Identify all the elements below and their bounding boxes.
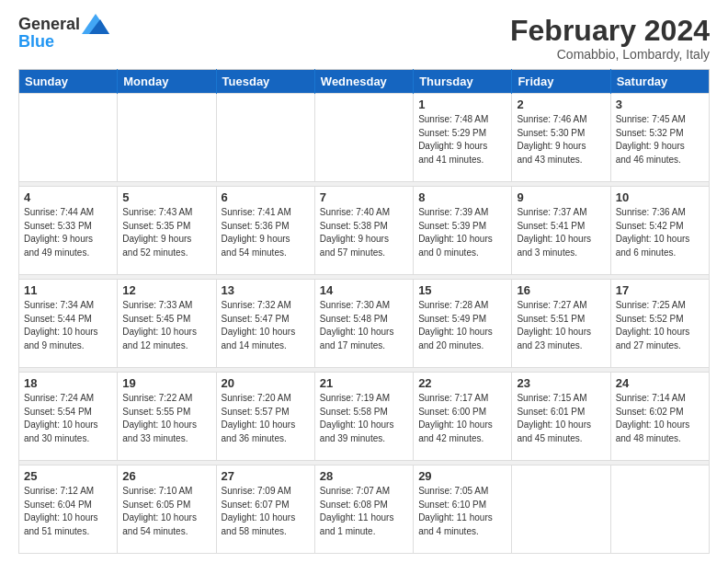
day-info: Sunrise: 7:48 AM Sunset: 5:29 PM Dayligh…: [418, 113, 506, 167]
page: General Blue February 2024 Comabbio, Lom…: [0, 0, 728, 563]
day-number: 19: [122, 376, 210, 390]
day-info: Sunrise: 7:14 AM Sunset: 6:02 PM Dayligh…: [616, 392, 704, 445]
calendar-cell: 12Sunrise: 7:33 AM Sunset: 5:45 PM Dayli…: [118, 280, 216, 368]
calendar-cell: 4Sunrise: 7:44 AM Sunset: 5:33 PM Daylig…: [19, 187, 118, 275]
weekday-header-sunday: Sunday: [19, 70, 118, 94]
location-subtitle: Comabbio, Lombardy, Italy: [510, 47, 710, 62]
day-info: Sunrise: 7:09 AM Sunset: 6:07 PM Dayligh…: [222, 485, 310, 538]
logo: General Blue: [18, 15, 109, 51]
calendar-cell: [216, 94, 314, 182]
day-number: 21: [320, 376, 408, 390]
day-info: Sunrise: 7:15 AM Sunset: 6:01 PM Dayligh…: [517, 392, 605, 445]
day-info: Sunrise: 7:37 AM Sunset: 5:41 PM Dayligh…: [517, 206, 605, 259]
day-info: Sunrise: 7:22 AM Sunset: 5:55 PM Dayligh…: [122, 392, 210, 445]
calendar-cell: [19, 94, 118, 182]
calendar-cell: 26Sunrise: 7:10 AM Sunset: 6:05 PM Dayli…: [118, 465, 216, 554]
day-number: 14: [320, 283, 408, 297]
calendar-cell: 3Sunrise: 7:45 AM Sunset: 5:32 PM Daylig…: [610, 94, 709, 182]
header: General Blue February 2024 Comabbio, Lom…: [18, 15, 710, 62]
day-number: 5: [122, 190, 210, 204]
calendar-cell: [512, 465, 610, 554]
calendar-cell: 15Sunrise: 7:28 AM Sunset: 5:49 PM Dayli…: [414, 280, 512, 368]
logo-blue: Blue: [18, 33, 109, 52]
day-number: 29: [418, 469, 506, 483]
calendar-cell: [314, 94, 413, 182]
day-number: 20: [222, 376, 310, 390]
calendar-cell: 11Sunrise: 7:34 AM Sunset: 5:44 PM Dayli…: [19, 280, 118, 368]
day-number: 25: [24, 469, 112, 483]
calendar-cell: 17Sunrise: 7:25 AM Sunset: 5:52 PM Dayli…: [610, 280, 709, 368]
calendar-cell: 14Sunrise: 7:30 AM Sunset: 5:48 PM Dayli…: [314, 280, 413, 368]
calendar-cell: 9Sunrise: 7:37 AM Sunset: 5:41 PM Daylig…: [512, 187, 610, 275]
day-number: 9: [517, 190, 605, 204]
day-number: 16: [517, 283, 605, 297]
weekday-header-saturday: Saturday: [610, 70, 709, 94]
calendar-cell: 19Sunrise: 7:22 AM Sunset: 5:55 PM Dayli…: [118, 373, 216, 461]
calendar-cell: 5Sunrise: 7:43 AM Sunset: 5:35 PM Daylig…: [118, 187, 216, 275]
day-number: 10: [616, 190, 704, 204]
calendar-cell: 25Sunrise: 7:12 AM Sunset: 6:04 PM Dayli…: [19, 465, 118, 554]
day-info: Sunrise: 7:36 AM Sunset: 5:42 PM Dayligh…: [616, 206, 704, 259]
day-info: Sunrise: 7:10 AM Sunset: 6:05 PM Dayligh…: [122, 485, 210, 538]
calendar-cell: [118, 94, 216, 182]
calendar-cell: 6Sunrise: 7:41 AM Sunset: 5:36 PM Daylig…: [216, 187, 314, 275]
day-info: Sunrise: 7:44 AM Sunset: 5:33 PM Dayligh…: [24, 206, 112, 259]
weekday-header-friday: Friday: [512, 70, 610, 94]
day-number: 26: [122, 469, 210, 483]
day-info: Sunrise: 7:25 AM Sunset: 5:52 PM Dayligh…: [616, 299, 704, 352]
day-info: Sunrise: 7:33 AM Sunset: 5:45 PM Dayligh…: [122, 299, 210, 352]
logo-icon: [82, 14, 109, 34]
day-number: 22: [418, 376, 506, 390]
day-number: 13: [222, 283, 310, 297]
day-info: Sunrise: 7:32 AM Sunset: 5:47 PM Dayligh…: [222, 299, 310, 352]
day-number: 12: [122, 283, 210, 297]
day-info: Sunrise: 7:20 AM Sunset: 5:57 PM Dayligh…: [222, 392, 310, 445]
calendar-table: SundayMondayTuesdayWednesdayThursdayFrid…: [18, 69, 710, 554]
day-info: Sunrise: 7:41 AM Sunset: 5:36 PM Dayligh…: [222, 206, 310, 259]
title-section: February 2024 Comabbio, Lombardy, Italy: [510, 15, 710, 62]
day-info: Sunrise: 7:43 AM Sunset: 5:35 PM Dayligh…: [122, 206, 210, 259]
day-info: Sunrise: 7:46 AM Sunset: 5:30 PM Dayligh…: [517, 113, 605, 167]
month-title: February 2024: [510, 15, 710, 47]
calendar-cell: 18Sunrise: 7:24 AM Sunset: 5:54 PM Dayli…: [19, 373, 118, 461]
day-number: 11: [24, 283, 112, 297]
day-info: Sunrise: 7:39 AM Sunset: 5:39 PM Dayligh…: [418, 206, 506, 259]
calendar-cell: 8Sunrise: 7:39 AM Sunset: 5:39 PM Daylig…: [414, 187, 512, 275]
day-number: 8: [418, 190, 506, 204]
calendar-week-row: 4Sunrise: 7:44 AM Sunset: 5:33 PM Daylig…: [19, 187, 710, 275]
day-info: Sunrise: 7:07 AM Sunset: 6:08 PM Dayligh…: [320, 485, 408, 538]
calendar-cell: 29Sunrise: 7:05 AM Sunset: 6:10 PM Dayli…: [414, 465, 512, 554]
day-info: Sunrise: 7:30 AM Sunset: 5:48 PM Dayligh…: [320, 299, 408, 352]
weekday-header-monday: Monday: [118, 70, 216, 94]
calendar-cell: 16Sunrise: 7:27 AM Sunset: 5:51 PM Dayli…: [512, 280, 610, 368]
day-number: 28: [320, 469, 408, 483]
calendar-cell: 21Sunrise: 7:19 AM Sunset: 5:58 PM Dayli…: [314, 373, 413, 461]
calendar-cell: 2Sunrise: 7:46 AM Sunset: 5:30 PM Daylig…: [512, 94, 610, 182]
day-info: Sunrise: 7:45 AM Sunset: 5:32 PM Dayligh…: [616, 113, 704, 167]
day-number: 6: [222, 190, 310, 204]
calendar-cell: [610, 465, 709, 554]
day-info: Sunrise: 7:19 AM Sunset: 5:58 PM Dayligh…: [320, 392, 408, 445]
day-info: Sunrise: 7:24 AM Sunset: 5:54 PM Dayligh…: [24, 392, 112, 445]
calendar-cell: 7Sunrise: 7:40 AM Sunset: 5:38 PM Daylig…: [314, 187, 413, 275]
day-info: Sunrise: 7:28 AM Sunset: 5:49 PM Dayligh…: [418, 299, 506, 352]
weekday-header-wednesday: Wednesday: [314, 70, 413, 94]
day-number: 15: [418, 283, 506, 297]
day-number: 7: [320, 190, 408, 204]
day-number: 18: [24, 376, 112, 390]
calendar-header-row: SundayMondayTuesdayWednesdayThursdayFrid…: [19, 70, 710, 94]
day-number: 4: [24, 190, 112, 204]
calendar-cell: 13Sunrise: 7:32 AM Sunset: 5:47 PM Dayli…: [216, 280, 314, 368]
day-info: Sunrise: 7:40 AM Sunset: 5:38 PM Dayligh…: [320, 206, 408, 259]
calendar-week-row: 11Sunrise: 7:34 AM Sunset: 5:44 PM Dayli…: [19, 280, 710, 368]
calendar-cell: 22Sunrise: 7:17 AM Sunset: 6:00 PM Dayli…: [414, 373, 512, 461]
day-info: Sunrise: 7:34 AM Sunset: 5:44 PM Dayligh…: [24, 299, 112, 352]
day-info: Sunrise: 7:27 AM Sunset: 5:51 PM Dayligh…: [517, 299, 605, 352]
calendar-cell: 23Sunrise: 7:15 AM Sunset: 6:01 PM Dayli…: [512, 373, 610, 461]
day-number: 2: [517, 98, 605, 111]
calendar-cell: 24Sunrise: 7:14 AM Sunset: 6:02 PM Dayli…: [610, 373, 709, 461]
day-number: 23: [517, 376, 605, 390]
calendar-cell: 28Sunrise: 7:07 AM Sunset: 6:08 PM Dayli…: [314, 465, 413, 554]
day-number: 27: [222, 469, 310, 483]
weekday-header-thursday: Thursday: [414, 70, 512, 94]
